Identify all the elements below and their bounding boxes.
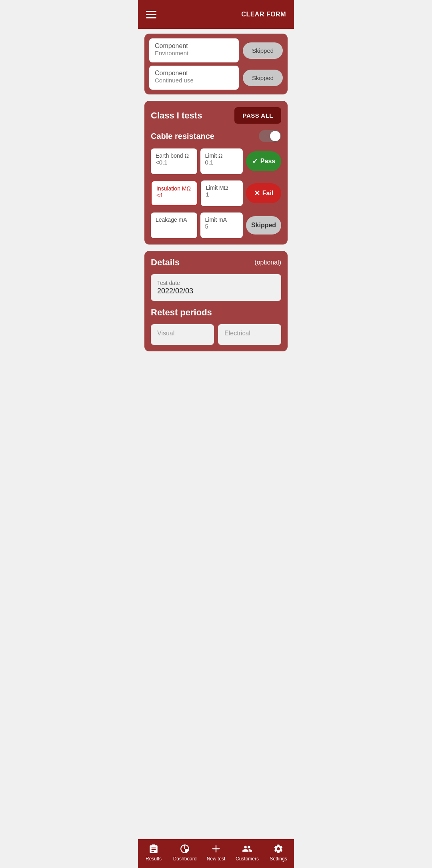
cable-resistance-toggle[interactable] — [259, 130, 281, 142]
earth-bond-result-label: Pass — [260, 158, 275, 165]
leakage-skipped-button[interactable]: Skipped — [246, 216, 281, 235]
visual-placeholder: Visual — [157, 330, 208, 337]
clear-form-button[interactable]: CLEAR FORM — [241, 11, 286, 18]
leakage-row: Leakage mA Limit mA 5 Skipped — [151, 212, 281, 238]
component-environment-field[interactable]: Component Environment — [149, 38, 239, 62]
test-date-value: 2022/02/03 — [157, 287, 275, 295]
leakage-result-label: Skipped — [251, 222, 276, 229]
leakage-limit-value: 5 — [205, 223, 238, 230]
x-icon — [254, 189, 260, 198]
details-header: Details (optional) — [151, 257, 281, 268]
test-date-label: Test date — [157, 280, 275, 286]
earth-bond-limit-label: Limit Ω — [205, 152, 238, 159]
insulation-limit-value: 1 — [206, 191, 238, 198]
earth-bond-pass-button[interactable]: Pass — [246, 151, 281, 171]
earth-bond-row: Earth bond Ω <0.1 Limit Ω 0.1 Pass — [151, 148, 281, 174]
dashboard-nav-label: Dashboard — [173, 856, 197, 862]
cable-resistance-title: Cable resistance — [151, 132, 214, 141]
bottom-navigation: Results Dashboard New test Customers — [138, 839, 294, 868]
component-environment-row: Component Environment Skipped — [149, 38, 283, 62]
component-environment-label: Component — [155, 42, 233, 50]
class-tests-card: Class I tests PASS ALL Cable resistance … — [144, 101, 288, 245]
insulation-row: Insulation MΩ <1 Limit MΩ 1 Fail — [151, 180, 281, 206]
customers-nav-label: Customers — [236, 856, 259, 862]
pie-chart-icon — [179, 843, 190, 854]
class-tests-title: Class I tests — [151, 110, 202, 121]
earth-bond-value: <0.1 — [156, 159, 192, 166]
main-content: Component Environment Skipped Component … — [138, 29, 294, 391]
nav-customers[interactable]: Customers — [234, 843, 260, 862]
leakage-limit-field[interactable]: Limit mA 5 — [200, 212, 243, 238]
component-environment-skipped-button[interactable]: Skipped — [243, 42, 283, 59]
electrical-placeholder: Electrical — [224, 330, 275, 337]
insulation-limit-field[interactable]: Limit MΩ 1 — [201, 180, 243, 206]
nav-new-test[interactable]: New test — [203, 843, 229, 862]
clipboard-icon — [148, 843, 159, 854]
insulation-fail-button[interactable]: Fail — [246, 183, 281, 203]
leakage-limit-label: Limit mA — [205, 216, 238, 223]
users-icon — [242, 843, 253, 854]
nav-results[interactable]: Results — [141, 843, 166, 862]
insulation-result-label: Fail — [262, 190, 274, 197]
nav-settings[interactable]: Settings — [266, 843, 291, 862]
earth-bond-limit-value: 0.1 — [205, 159, 238, 166]
plus-icon — [210, 843, 222, 854]
visual-retest-field[interactable]: Visual — [151, 324, 214, 345]
insulation-field[interactable]: Insulation MΩ <1 — [151, 180, 198, 206]
component-continued-use-value: Continued use — [155, 77, 233, 84]
cable-resistance-header: Cable resistance — [151, 130, 281, 142]
electrical-retest-field[interactable]: Electrical — [218, 324, 281, 345]
leakage-label: Leakage mA — [156, 216, 192, 223]
component-continued-use-label: Component — [155, 70, 233, 77]
component-continued-use-skipped-button[interactable]: Skipped — [243, 70, 283, 86]
gear-icon — [273, 843, 284, 854]
check-icon — [252, 157, 258, 166]
insulation-limit-label: Limit MΩ — [206, 184, 238, 191]
details-optional: (optional) — [254, 259, 281, 266]
component-continued-use-field[interactable]: Component Continued use — [149, 66, 239, 90]
insulation-label: Insulation MΩ — [156, 185, 192, 192]
details-card: Details (optional) Test date 2022/02/03 … — [144, 251, 288, 351]
menu-button[interactable] — [146, 11, 156, 18]
component-environment-value: Environment — [155, 50, 233, 56]
pass-all-button[interactable]: PASS ALL — [234, 107, 281, 124]
leakage-field[interactable]: Leakage mA — [151, 212, 197, 238]
test-date-field[interactable]: Test date 2022/02/03 — [151, 274, 281, 301]
class-tests-header: Class I tests PASS ALL — [151, 107, 281, 124]
results-nav-label: Results — [146, 856, 162, 862]
component-continued-use-row: Component Continued use Skipped — [149, 66, 283, 90]
insulation-value: <1 — [156, 192, 192, 198]
retest-periods-title: Retest periods — [151, 307, 281, 318]
nav-dashboard[interactable]: Dashboard — [172, 843, 198, 862]
details-title: Details — [151, 257, 180, 268]
component-card: Component Environment Skipped Component … — [144, 34, 288, 94]
header: CLEAR FORM — [138, 0, 294, 29]
retest-row: Visual Electrical — [151, 324, 281, 345]
earth-bond-field[interactable]: Earth bond Ω <0.1 — [151, 148, 197, 174]
new-test-nav-label: New test — [207, 856, 226, 862]
settings-nav-label: Settings — [270, 856, 287, 862]
earth-bond-limit-field[interactable]: Limit Ω 0.1 — [200, 148, 243, 174]
earth-bond-label: Earth bond Ω — [156, 152, 192, 159]
